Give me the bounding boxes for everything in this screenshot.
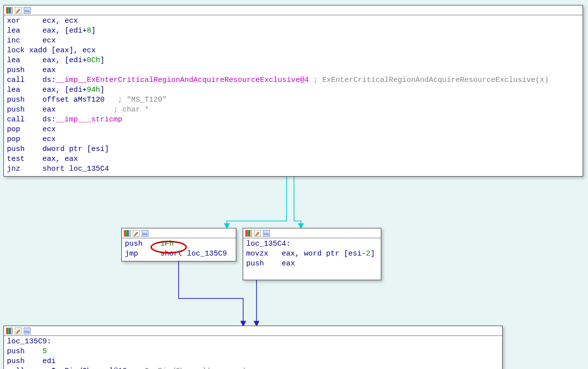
token-mnemonic: push (125, 240, 143, 248)
token-reg: ] (91, 27, 96, 35)
svg-rect-19 (249, 230, 250, 236)
basic-block-top[interactable]: Hxxor ecx, ecxlea eax, [edi+8]inc ecxloc… (3, 5, 583, 177)
asm-line[interactable]: jmp short loc_135C9 (125, 249, 233, 259)
basic-block-right[interactable]: Hxloc_135C4:movzx eax, word ptr [esi-2]p… (243, 228, 381, 280)
token-mnemonic: push (7, 66, 25, 74)
asm-line[interactable]: call ds:__imp__ExEnterCriticalRegionAndA… (7, 75, 580, 85)
svg-rect-20 (250, 230, 252, 236)
graph-canvas[interactable]: Hxxor ecx, ecxlea eax, [edi+8]inc ecxloc… (0, 0, 588, 369)
token-mnemonic: push (7, 106, 25, 114)
color-icon (6, 328, 13, 334)
svg-rect-25 (6, 328, 8, 334)
asm-line[interactable]: loc_135C4: (246, 239, 378, 249)
token-comment: ; ExEnterCriticalRegionAndAcquireResourc… (309, 76, 549, 84)
token-reg: eax (282, 259, 295, 268)
token-plain (25, 66, 42, 74)
token-mnemonic: pop (7, 125, 20, 134)
svg-rect-17 (246, 230, 247, 236)
asm-line[interactable]: inc ecx (7, 36, 580, 46)
token-str: ; "MS_T120" (105, 96, 167, 104)
asm-line[interactable]: lea eax, [edi+94h] (7, 85, 580, 95)
node-header: Hx (243, 228, 381, 238)
token-plain (264, 259, 282, 268)
hex-icon: Hx (263, 230, 270, 237)
token-reg: edi (42, 357, 56, 366)
asm-line[interactable]: push eax ; char * (7, 105, 580, 115)
token-sym: __imp__ExEnterCriticalRegionAndAcquireRe… (56, 76, 309, 84)
token-plain (25, 155, 42, 163)
token-plain (143, 240, 160, 248)
token-plain (20, 27, 42, 35)
token-reg: ds: (42, 115, 56, 124)
token-mnemonic: jmp (125, 250, 138, 258)
svg-rect-3 (9, 7, 11, 13)
token-plain (268, 250, 282, 258)
node-header: Hx (4, 5, 583, 15)
color-icon (124, 230, 131, 237)
svg-rect-11 (127, 230, 129, 236)
asm-line[interactable]: lea eax, [edi+0Ch] (7, 56, 580, 66)
token-reg: offset aMsT120 (42, 96, 105, 104)
asm-line[interactable]: push eax (246, 259, 378, 269)
asm-line[interactable]: push dword ptr [esi] (7, 145, 580, 154)
node-header: Hx (122, 228, 236, 238)
token-mnemonic: lock xadd [eax], ecx (7, 46, 96, 55)
asm-line[interactable]: push offset aMsT120 ; "MS_T120" (7, 95, 580, 105)
asm-line[interactable]: jnz short loc_135C4 (7, 164, 580, 174)
asm-line[interactable]: push 5 (7, 347, 499, 357)
asm-line[interactable]: xor ecx, ecx (7, 16, 580, 26)
svg-text:Hx: Hx (143, 232, 147, 236)
color-icon (245, 230, 252, 237)
token-plain (138, 250, 160, 258)
token-plain (25, 145, 42, 153)
asm-line[interactable]: push 1Fh (125, 239, 233, 249)
token-reg: ] (100, 86, 105, 94)
asm-line[interactable]: movzx eax, word ptr [esi-2] (246, 249, 378, 259)
token-num: 5 (42, 347, 47, 356)
token-reg: ecx (42, 37, 56, 45)
token-reg: dword ptr [esi] (42, 145, 109, 153)
asm-line[interactable]: call ds:__imp___stricmp (7, 115, 580, 125)
basic-block-bottom[interactable]: Hxloc_135C9:push 5push edicall __IcaBind… (3, 326, 503, 369)
token-mnemonic: xor (7, 17, 20, 25)
asm-line[interactable]: push eax (7, 66, 580, 75)
basic-block-left[interactable]: Hxpush 1Fhjmp short loc_135C9 (121, 228, 236, 261)
svg-rect-9 (124, 230, 126, 236)
svg-text:Hx: Hx (264, 232, 269, 236)
svg-text:Hx: Hx (25, 9, 30, 13)
token-plain (25, 357, 42, 366)
svg-rect-28 (11, 328, 12, 334)
token-mnemonic: test (7, 155, 25, 163)
asm-line[interactable]: loc_135C9: (7, 337, 499, 347)
asm-line[interactable]: pop ecx (7, 125, 580, 135)
token-mnemonic: jnz (7, 165, 20, 173)
svg-rect-26 (8, 328, 9, 334)
flow-edge (294, 169, 301, 228)
asm-line[interactable]: pop ecx (7, 135, 580, 145)
svg-rect-10 (126, 230, 127, 236)
svg-rect-4 (11, 7, 12, 13)
node-header: Hx (4, 326, 502, 336)
token-reg: ecx, ecx (42, 17, 78, 25)
token-plain (20, 135, 42, 144)
token-mnemonic: push (246, 259, 264, 268)
token-mnemonic: pop (7, 135, 20, 144)
svg-rect-1 (6, 7, 8, 13)
token-num: 1Fh (160, 240, 174, 248)
svg-rect-18 (247, 230, 249, 236)
token-reg: ecx (42, 125, 56, 134)
asm-line[interactable]: lock xadd [eax], ecx (7, 46, 580, 56)
token-mnemonic: push (7, 357, 25, 366)
token-mnemonic: lea (7, 27, 20, 35)
token-num: 2 (366, 250, 370, 258)
color-icon (6, 7, 13, 14)
token-mnemonic: call (7, 76, 25, 84)
asm-line[interactable]: test eax, eax (7, 154, 580, 164)
token-reg: eax, [edi+ (42, 86, 87, 94)
asm-line[interactable]: lea eax, [edi+8] (7, 26, 580, 36)
svg-text:Hx: Hx (25, 330, 30, 334)
asm-line[interactable]: push edi (7, 357, 499, 367)
token-mnemonic: inc (7, 37, 20, 45)
token-sym: __imp___stricmp (56, 115, 122, 124)
asm-line[interactable]: call __IcaBindChannel@16 ; _IcaBindChann… (7, 367, 499, 369)
